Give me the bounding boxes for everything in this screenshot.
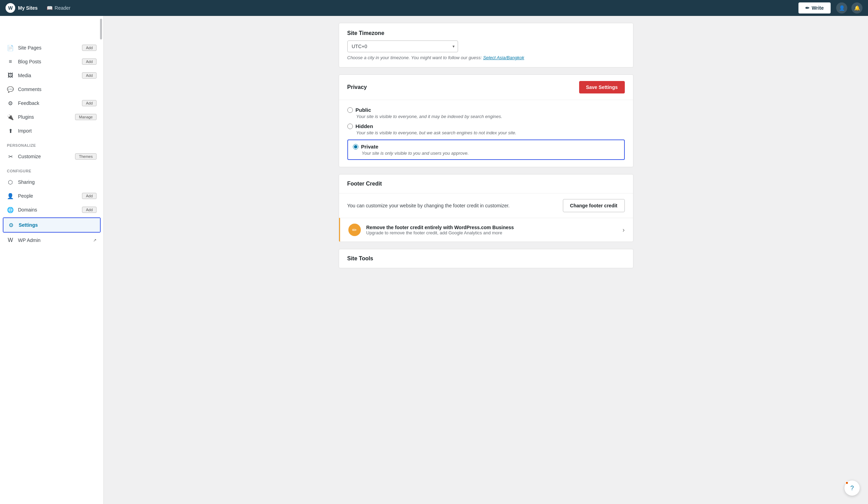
site-tools-title: Site Tools	[347, 255, 373, 262]
notifications-icon[interactable]: 🔔	[851, 2, 862, 14]
privacy-private-radio[interactable]	[353, 144, 358, 150]
blog-posts-label: Blog Posts	[18, 59, 78, 64]
privacy-hidden-label[interactable]: Hidden	[347, 123, 625, 129]
sidebar-item-media[interactable]: 🖼 Media Add	[0, 69, 103, 82]
write-icon: ✏	[805, 5, 810, 11]
timezone-select-wrapper: UTC+0 ▾	[347, 40, 458, 52]
privacy-private-desc: Your site is only visible to you and use…	[362, 151, 619, 156]
timezone-hint: Choose a city in your timezone. You migh…	[347, 55, 625, 60]
site-pages-label: Site Pages	[18, 45, 78, 51]
site-pages-add-badge[interactable]: Add	[82, 45, 97, 51]
feedback-icon: ⚙	[7, 100, 14, 107]
privacy-private-label[interactable]: Private	[353, 144, 619, 150]
customize-label: Customize	[18, 154, 71, 159]
sidebar-item-customize[interactable]: ✂ Customize Themes	[0, 150, 103, 163]
media-label: Media	[18, 73, 78, 78]
domains-label: Domains	[18, 207, 78, 213]
feedback-label: Feedback	[18, 100, 78, 106]
sidebar: 📄 Site Pages Add ≡ Blog Posts Add 🖼 Medi…	[0, 16, 104, 504]
change-footer-credit-button[interactable]: Change footer credit	[563, 199, 625, 212]
media-add-badge[interactable]: Add	[82, 72, 97, 79]
blog-posts-icon: ≡	[7, 58, 14, 65]
sidebar-item-blog-posts[interactable]: ≡ Blog Posts Add	[0, 55, 103, 69]
reader-icon: 📖	[47, 5, 53, 11]
domains-icon: 🌐	[7, 206, 14, 213]
help-icon: ?	[850, 485, 854, 492]
timezone-link[interactable]: Select Asia/Bangkok	[483, 55, 524, 60]
footer-credit-title: Footer Credit	[347, 181, 382, 187]
sidebar-item-feedback[interactable]: ⚙ Feedback Add	[0, 96, 103, 110]
user-avatar[interactable]: 👤	[836, 2, 847, 14]
write-button[interactable]: ✏ Write	[798, 2, 831, 14]
timezone-card-body: Site Timezone UTC+0 ▾ Choose a city in y…	[339, 23, 633, 67]
media-icon: 🖼	[7, 72, 14, 79]
themes-badge[interactable]: Themes	[75, 153, 97, 160]
sidebar-item-site-pages[interactable]: 📄 Site Pages Add	[0, 41, 103, 55]
footer-credit-description: You can customize your website by changi…	[347, 203, 510, 208]
main-content: Site Timezone UTC+0 ▾ Choose a city in y…	[104, 16, 868, 504]
sidebar-item-wp-admin[interactable]: W WP Admin ↗	[0, 233, 103, 247]
content-inner: Site Timezone UTC+0 ▾ Choose a city in y…	[330, 16, 642, 275]
reader-nav[interactable]: 📖 Reader	[43, 3, 74, 13]
feedback-add-badge[interactable]: Add	[82, 100, 97, 106]
sidebar-item-plugins[interactable]: 🔌 Plugins Manage	[0, 110, 103, 124]
people-icon: 👤	[7, 192, 14, 199]
footer-credit-row: You can customize your website by changi…	[339, 194, 633, 218]
comments-icon: 💬	[7, 86, 14, 93]
my-sites-brand[interactable]: W My Sites	[6, 3, 38, 13]
comments-label: Comments	[18, 87, 97, 92]
privacy-card-body: Public Your site is visible to everyone,…	[339, 100, 633, 167]
privacy-public-desc: Your site is visible to everyone, and it…	[356, 114, 625, 119]
privacy-title: Privacy	[347, 84, 367, 90]
privacy-hidden-radio[interactable]	[347, 124, 353, 129]
privacy-public-text: Public	[356, 107, 371, 113]
sidebar-item-domains[interactable]: 🌐 Domains Add	[0, 203, 103, 217]
sidebar-item-import[interactable]: ⬆ Import	[0, 124, 103, 138]
bell-icon: 🔔	[854, 5, 860, 11]
upgrade-banner[interactable]: ✏ Remove the footer credit entirely with…	[339, 218, 633, 242]
external-link-icon: ↗	[93, 238, 97, 243]
privacy-card-header: Privacy Save Settings	[339, 75, 633, 100]
site-tools-header: Site Tools	[339, 249, 633, 268]
privacy-private-text: Private	[361, 144, 378, 150]
nav-icons: 👤 🔔	[836, 2, 862, 14]
blog-posts-add-badge[interactable]: Add	[82, 58, 97, 65]
import-label: Import	[18, 128, 97, 134]
privacy-public-label[interactable]: Public	[347, 107, 625, 113]
settings-label: Settings	[19, 222, 96, 228]
footer-credit-header: Footer Credit	[339, 174, 633, 194]
site-tools-card: Site Tools	[339, 249, 633, 268]
my-sites-label: My Sites	[18, 5, 38, 11]
privacy-option-private: Private Your site is only visible to you…	[353, 144, 619, 156]
reader-label: Reader	[55, 5, 71, 11]
timezone-select[interactable]: UTC+0	[347, 40, 458, 52]
settings-icon: ⚙	[8, 222, 15, 228]
wordpress-logo: W	[6, 3, 15, 13]
people-label: People	[18, 193, 78, 199]
plugins-manage-badge[interactable]: Manage	[75, 114, 97, 120]
sidebar-item-people[interactable]: 👤 People Add	[0, 189, 103, 203]
customize-icon: ✂	[7, 153, 14, 160]
sidebar-item-comments[interactable]: 💬 Comments	[0, 82, 103, 96]
import-icon: ⬆	[7, 127, 14, 134]
site-pages-icon: 📄	[7, 44, 14, 51]
sidebar-item-sharing[interactable]: ⬡ Sharing	[0, 175, 103, 189]
plugins-icon: 🔌	[7, 114, 14, 120]
people-add-badge[interactable]: Add	[82, 193, 97, 199]
wp-admin-icon: W	[7, 237, 14, 244]
footer-credit-body: You can customize your website by changi…	[339, 194, 633, 242]
sidebar-item-settings[interactable]: ⚙ Settings	[3, 218, 100, 232]
domains-add-badge[interactable]: Add	[82, 207, 97, 213]
help-notification-dot	[845, 481, 849, 485]
help-button[interactable]: ?	[844, 480, 860, 496]
privacy-hidden-text: Hidden	[356, 123, 373, 129]
configure-section-label: Configure	[0, 163, 103, 175]
save-settings-button[interactable]: Save Settings	[579, 81, 625, 93]
upgrade-text: Remove the footer credit entirely with W…	[366, 225, 617, 235]
top-navigation: W My Sites 📖 Reader ✏ Write 👤 🔔	[0, 0, 868, 16]
sharing-label: Sharing	[18, 179, 97, 185]
upgrade-chevron-icon: ›	[623, 226, 625, 234]
footer-credit-card: Footer Credit You can customize your web…	[339, 174, 633, 242]
user-icon: 👤	[839, 5, 845, 11]
privacy-public-radio[interactable]	[347, 107, 353, 113]
